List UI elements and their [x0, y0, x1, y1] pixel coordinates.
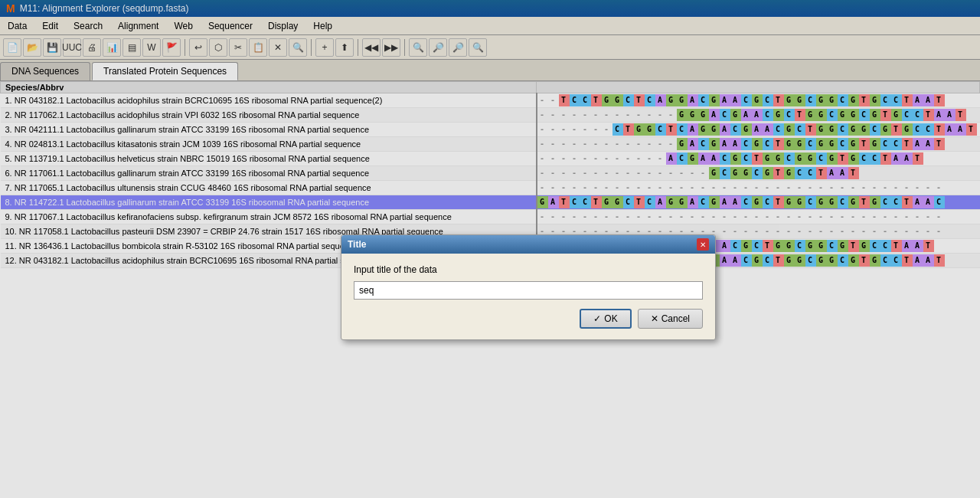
title-dialog: Title ✕ Input title of the data ✓ OK ✕ C…	[341, 234, 716, 340]
dialog-title-bar: Title ✕	[341, 235, 715, 254]
dialog-overlay: Title ✕ Input title of the data ✓ OK ✕ C…	[0, 0, 980, 498]
dialog-ok-button[interactable]: ✓ OK	[580, 309, 631, 329]
dialog-buttons: ✓ OK ✕ Cancel	[354, 309, 703, 329]
dialog-close-button[interactable]: ✕	[697, 238, 709, 251]
dialog-body: Input title of the data ✓ OK ✕ Cancel	[341, 254, 715, 339]
dialog-input[interactable]	[354, 281, 703, 300]
dialog-title: Title	[348, 239, 366, 250]
cancel-x-icon: ✕	[651, 313, 658, 324]
dialog-cancel-button[interactable]: ✕ Cancel	[638, 309, 703, 329]
ok-check-icon: ✓	[593, 313, 601, 324]
dialog-label: Input title of the data	[354, 264, 703, 275]
